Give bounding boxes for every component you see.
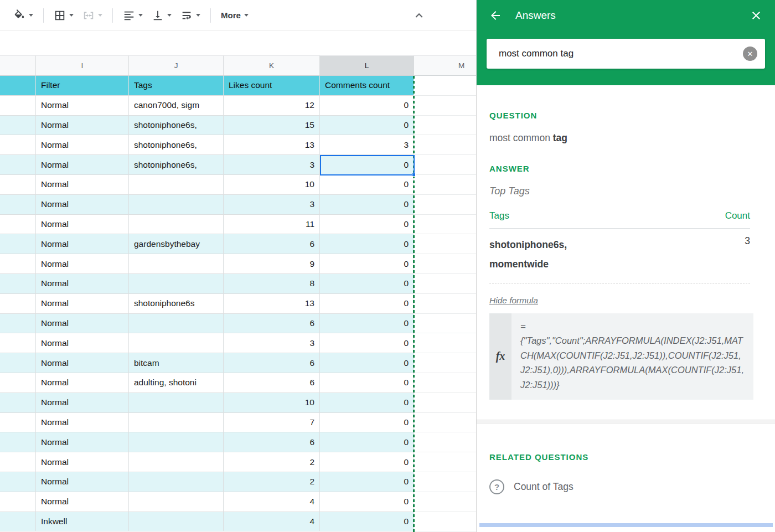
chevron-down-icon[interactable]	[244, 14, 249, 17]
cell[interactable]: 6	[224, 314, 320, 334]
merge-cells-button[interactable]	[78, 6, 107, 25]
cell[interactable]	[414, 472, 476, 492]
cell[interactable]	[0, 472, 36, 492]
cell[interactable]: Normal	[36, 492, 129, 512]
cell[interactable]	[129, 215, 224, 235]
column-header-I[interactable]: I	[36, 55, 129, 76]
cell[interactable]: 0	[320, 254, 414, 274]
cell[interactable]: Normal	[36, 314, 129, 334]
cell[interactable]: 2	[224, 452, 320, 472]
close-icon[interactable]	[750, 9, 763, 22]
cell[interactable]: canon700d, sigm	[129, 96, 224, 116]
cell[interactable]: 0	[320, 215, 414, 235]
cell[interactable]: 10	[224, 393, 320, 413]
cell[interactable]: 0	[320, 314, 414, 334]
cell[interactable]	[0, 413, 36, 433]
cell[interactable]: 4	[224, 512, 320, 532]
cell[interactable]	[414, 393, 476, 413]
cell[interactable]: 13	[224, 135, 320, 155]
cell-tags-header[interactable]: Tags	[129, 76, 224, 96]
cell[interactable]: Normal	[36, 175, 129, 195]
cell[interactable]	[0, 314, 36, 334]
cell[interactable]	[129, 452, 224, 472]
cell[interactable]: Normal	[36, 116, 129, 136]
cell[interactable]: 6	[224, 353, 320, 373]
cell[interactable]	[0, 333, 36, 353]
cell[interactable]: 0	[320, 512, 414, 532]
cell[interactable]: 0	[320, 96, 414, 116]
cell[interactable]	[414, 294, 476, 314]
cell[interactable]	[414, 96, 476, 116]
cell[interactable]	[0, 234, 36, 254]
cell[interactable]	[0, 76, 36, 96]
cell[interactable]	[414, 333, 476, 353]
cell[interactable]: shotoniphone6s,	[129, 116, 224, 136]
cell[interactable]: shotoniphone6s,	[129, 135, 224, 155]
cell[interactable]: Normal	[36, 215, 129, 235]
cell[interactable]: 2	[224, 472, 320, 492]
chevron-down-icon[interactable]	[98, 14, 102, 17]
column-header[interactable]	[0, 55, 36, 76]
back-arrow-icon[interactable]	[489, 9, 502, 22]
cell[interactable]: 3	[224, 333, 320, 353]
chevron-down-icon[interactable]	[167, 14, 172, 17]
cell[interactable]	[414, 175, 476, 195]
cell[interactable]: 0	[320, 333, 414, 353]
cell[interactable]: 0	[320, 393, 414, 413]
cell[interactable]	[414, 314, 476, 334]
chevron-down-icon[interactable]	[69, 14, 74, 17]
column-header-K[interactable]: K	[224, 55, 320, 76]
cell[interactable]	[129, 393, 224, 413]
more-button[interactable]: More	[216, 7, 253, 23]
cell[interactable]: 3	[224, 155, 320, 175]
cell[interactable]	[0, 175, 36, 195]
cell[interactable]: Normal	[36, 294, 129, 314]
column-header-L-selected[interactable]: L	[320, 55, 414, 76]
cell[interactable]	[129, 492, 224, 512]
cell[interactable]	[0, 215, 36, 235]
cell[interactable]: Normal	[36, 353, 129, 373]
cell[interactable]	[129, 333, 224, 353]
cell[interactable]: 0	[320, 195, 414, 215]
cell[interactable]: 9	[224, 254, 320, 274]
cell[interactable]: Normal	[36, 393, 129, 413]
cell[interactable]	[129, 175, 224, 195]
cell[interactable]	[0, 393, 36, 413]
cell[interactable]	[129, 274, 224, 294]
column-header-J[interactable]: J	[129, 55, 224, 76]
borders-button[interactable]	[49, 6, 78, 25]
text-wrap-button[interactable]	[176, 6, 205, 25]
cell[interactable]	[414, 155, 476, 175]
cell[interactable]: Normal	[36, 432, 129, 452]
cell[interactable]	[0, 353, 36, 373]
cell[interactable]: 6	[224, 432, 320, 452]
cell[interactable]: 0	[320, 234, 414, 254]
cell[interactable]	[129, 195, 224, 215]
cell[interactable]: Normal	[36, 234, 129, 254]
cell[interactable]	[129, 314, 224, 334]
fill-color-button[interactable]	[9, 6, 38, 25]
chevron-down-icon[interactable]	[196, 14, 200, 17]
cell[interactable]: gardensbythebay	[129, 234, 224, 254]
search-box[interactable]: ✕	[487, 39, 765, 69]
cell[interactable]	[414, 274, 476, 294]
cell[interactable]: Normal	[36, 155, 129, 175]
collapse-toolbar-button[interactable]	[412, 8, 426, 25]
cell-likes-header[interactable]: Likes count	[224, 76, 320, 96]
cell-filter-header[interactable]: Filter	[36, 76, 129, 96]
chevron-down-icon[interactable]	[29, 14, 33, 17]
cell[interactable]	[414, 353, 476, 373]
cell[interactable]: Normal	[36, 254, 129, 274]
cell[interactable]: 0	[320, 373, 414, 393]
cell[interactable]	[129, 512, 224, 532]
cell[interactable]: Normal	[36, 333, 129, 353]
cell[interactable]	[414, 135, 476, 155]
cell[interactable]: 0	[320, 432, 414, 452]
cell[interactable]: Normal	[36, 413, 129, 433]
cell[interactable]: 12	[224, 96, 320, 116]
cell[interactable]: 0	[320, 492, 414, 512]
cell[interactable]	[414, 234, 476, 254]
horizontal-align-button[interactable]	[118, 6, 147, 25]
cell[interactable]	[414, 492, 476, 512]
cell-comments-header[interactable]: Comments count	[320, 76, 414, 96]
